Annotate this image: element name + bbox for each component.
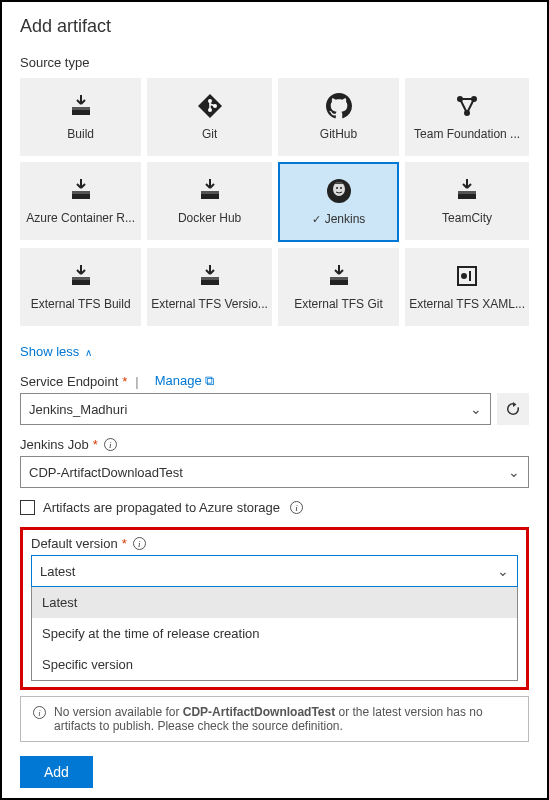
version-option[interactable]: Specific version — [32, 649, 517, 680]
git-icon — [197, 93, 223, 119]
source-type-label: Source type — [20, 55, 529, 70]
jenkins-job-value: CDP-ArtifactDownloadTest — [29, 465, 183, 480]
source-tile-ext-git[interactable]: External TFS Git — [278, 248, 399, 326]
version-option[interactable]: Latest — [32, 587, 517, 618]
github-icon — [326, 93, 352, 119]
propagate-checkbox[interactable] — [20, 500, 35, 515]
xaml-icon — [454, 263, 480, 289]
svg-point-10 — [333, 182, 345, 196]
chevron-down-icon: ⌄ — [497, 563, 509, 579]
info-icon[interactable]: i — [133, 537, 146, 550]
default-version-select[interactable]: Latest ⌄ — [31, 555, 518, 587]
source-tile-jenkins[interactable]: ✓Jenkins — [278, 162, 399, 242]
refresh-button[interactable] — [497, 393, 529, 425]
chevron-down-icon: ⌄ — [470, 401, 482, 417]
svg-point-12 — [340, 187, 342, 189]
download-box-icon — [326, 263, 352, 289]
jenkins-icon — [326, 178, 352, 204]
download-box-icon — [197, 263, 223, 289]
service-endpoint-label: Service Endpoint — [20, 374, 118, 389]
version-warning: i No version available for CDP-ArtifactD… — [20, 696, 529, 742]
download-box-icon — [68, 263, 94, 289]
tile-label: Team Foundation ... — [414, 127, 520, 141]
svg-rect-7 — [72, 191, 90, 194]
default-version-value: Latest — [40, 564, 75, 579]
show-less-link[interactable]: Show less ∧ — [20, 344, 92, 359]
source-tile-acr[interactable]: Azure Container R... — [20, 162, 141, 240]
required-asterisk: * — [122, 536, 127, 551]
check-icon: ✓ — [312, 213, 321, 226]
refresh-icon — [505, 401, 521, 417]
source-tile-ext-xaml[interactable]: External TFS XAML... — [405, 248, 529, 326]
service-endpoint-select[interactable]: Jenkins_Madhuri ⌄ — [20, 393, 491, 425]
required-asterisk: * — [122, 374, 127, 389]
add-button[interactable]: Add — [20, 756, 93, 788]
svg-rect-13 — [458, 191, 476, 194]
source-tile-dockerhub[interactable]: Docker Hub — [147, 162, 272, 240]
jenkins-job-label: Jenkins Job — [20, 437, 89, 452]
tile-label: GitHub — [320, 127, 357, 141]
svg-rect-16 — [330, 277, 348, 280]
tile-label: TeamCity — [442, 211, 492, 225]
source-tile-git[interactable]: Git — [147, 78, 272, 156]
svg-rect-0 — [72, 107, 90, 110]
info-icon: i — [33, 706, 46, 719]
page-title: Add artifact — [20, 16, 529, 37]
jenkins-job-select[interactable]: CDP-ArtifactDownloadTest ⌄ — [20, 456, 529, 488]
download-box-icon — [68, 177, 94, 203]
manage-link[interactable]: Manage ⧉ — [155, 373, 215, 389]
svg-point-18 — [461, 273, 467, 279]
chevron-up-icon: ∧ — [85, 347, 92, 358]
tile-label: Docker Hub — [178, 211, 241, 225]
tile-label: Git — [202, 127, 217, 141]
download-box-icon — [68, 93, 94, 119]
default-version-section: Default version * i Latest ⌄ LatestSpeci… — [20, 527, 529, 690]
source-tile-ext-version[interactable]: External TFS Versio... — [147, 248, 272, 326]
show-less-text: Show less — [20, 344, 79, 359]
source-tile-github[interactable]: GitHub — [278, 78, 399, 156]
divider: | — [135, 374, 138, 389]
chevron-down-icon: ⌄ — [508, 464, 520, 480]
download-box-icon — [454, 177, 480, 203]
source-tile-ext-build[interactable]: External TFS Build — [20, 248, 141, 326]
tfvc-icon — [454, 93, 480, 119]
default-version-label: Default version — [31, 536, 118, 551]
source-tile-teamcity[interactable]: TeamCity — [405, 162, 529, 240]
tile-label: External TFS XAML... — [409, 297, 525, 311]
svg-rect-8 — [201, 191, 219, 194]
required-asterisk: * — [93, 437, 98, 452]
tile-label: ✓Jenkins — [312, 212, 366, 226]
default-version-dropdown: LatestSpecify at the time of release cre… — [31, 587, 518, 681]
svg-rect-15 — [201, 277, 219, 280]
source-tile-tfvc[interactable]: Team Foundation ... — [405, 78, 529, 156]
info-icon[interactable]: i — [104, 438, 117, 451]
tile-label: External TFS Build — [31, 297, 131, 311]
info-icon[interactable]: i — [290, 501, 303, 514]
service-endpoint-value: Jenkins_Madhuri — [29, 402, 127, 417]
svg-point-11 — [336, 187, 338, 189]
propagate-label: Artifacts are propagated to Azure storag… — [43, 500, 280, 515]
external-link-icon: ⧉ — [205, 373, 214, 388]
tile-label: External TFS Versio... — [151, 297, 268, 311]
tile-label: Build — [67, 127, 94, 141]
svg-rect-14 — [72, 277, 90, 280]
source-tile-build[interactable]: Build — [20, 78, 141, 156]
tile-label: Azure Container R... — [26, 211, 135, 225]
tile-label: External TFS Git — [294, 297, 382, 311]
source-type-grid: Build Git GitHub Team Foundation ... Azu… — [20, 78, 529, 326]
version-option[interactable]: Specify at the time of release creation — [32, 618, 517, 649]
download-box-icon — [197, 177, 223, 203]
